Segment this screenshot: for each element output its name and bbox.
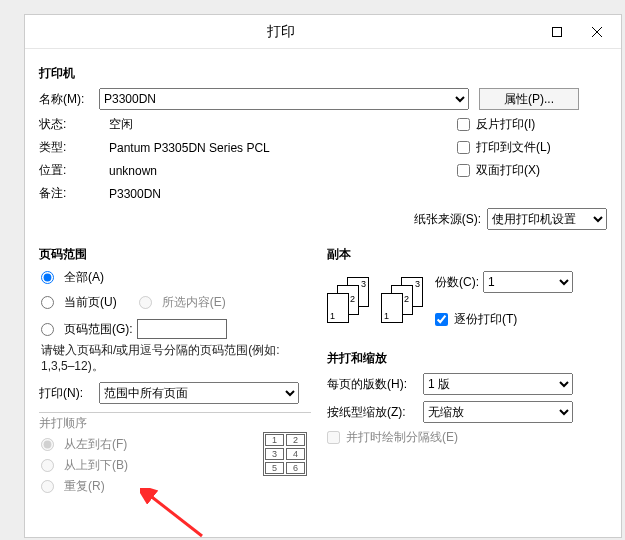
- printer-comment-value: P3300DN: [109, 187, 447, 201]
- printer-status-label: 状态:: [39, 116, 99, 133]
- svg-line-2: [592, 27, 602, 37]
- printer-location-label: 位置:: [39, 162, 99, 179]
- printer-type-value: Pantum P3305DN Series PCL: [109, 141, 447, 155]
- order-ltr-label: 从左到右(F): [64, 436, 127, 453]
- printer-name-label: 名称(M):: [39, 91, 99, 108]
- range-selection-label: 所选内容(E): [162, 294, 226, 311]
- svg-line-1: [592, 27, 602, 37]
- scale-section-title: 并打和缩放: [327, 350, 607, 367]
- paper-source-label: 纸张来源(S):: [414, 211, 481, 228]
- print-to-file-label: 打印到文件(L): [476, 139, 551, 156]
- print-what-label: 打印(N):: [39, 385, 99, 402]
- draw-separator-label: 并打时绘制分隔线(E): [346, 429, 458, 446]
- maximize-button[interactable]: [537, 18, 577, 46]
- range-section-title: 页码范围: [39, 246, 311, 263]
- printer-status-value: 空闲: [109, 116, 447, 133]
- range-all-label: 全部(A): [64, 269, 104, 286]
- range-all-radio[interactable]: [41, 271, 54, 284]
- range-hint: 请键入页码和/或用逗号分隔的页码范围(例如: 1,3,5–12)。: [41, 343, 301, 374]
- printer-location-value: unknown: [109, 164, 447, 178]
- collate-checkbox[interactable]: [435, 313, 448, 326]
- print-what-select[interactable]: 范围中所有页面: [99, 382, 299, 404]
- collate-label: 逐份打印(T): [454, 311, 517, 328]
- printer-name-select[interactable]: P3300DN: [99, 88, 469, 110]
- copies-section-title: 副本: [327, 246, 607, 263]
- duplex-checkbox[interactable]: [457, 164, 470, 177]
- draw-separator-checkbox: [327, 431, 340, 444]
- range-current-radio[interactable]: [41, 296, 54, 309]
- printer-type-label: 类型:: [39, 139, 99, 156]
- dialog-title: 打印: [25, 23, 537, 41]
- print-to-file-checkbox[interactable]: [457, 141, 470, 154]
- order-ttb-radio: [41, 459, 54, 472]
- range-pages-input[interactable]: [137, 319, 227, 339]
- range-pages-label: 页码范围(G):: [64, 321, 133, 338]
- svg-rect-0: [553, 27, 562, 36]
- copies-count-label: 份数(C):: [435, 274, 479, 291]
- order-repeat-radio: [41, 480, 54, 493]
- order-repeat-label: 重复(R): [64, 478, 105, 495]
- printer-comment-label: 备注:: [39, 185, 99, 202]
- reverse-print-checkbox[interactable]: [457, 118, 470, 131]
- pages-per-sheet-select[interactable]: 1 版: [423, 373, 573, 395]
- order-ttb-label: 从上到下(B): [64, 457, 128, 474]
- collate-icon: 3 2 1: [327, 277, 367, 323]
- range-selection-radio: [139, 296, 152, 309]
- range-pages-radio[interactable]: [41, 323, 54, 336]
- scale-to-paper-select[interactable]: 无缩放: [423, 401, 573, 423]
- paper-source-select[interactable]: 使用打印机设置: [487, 208, 607, 230]
- properties-button[interactable]: 属性(P)...: [479, 88, 579, 110]
- copies-count-select[interactable]: 1: [483, 271, 573, 293]
- close-button[interactable]: [577, 18, 617, 46]
- reverse-print-label: 反片打印(I): [476, 116, 535, 133]
- collate-icon: 3 2 1: [381, 277, 421, 323]
- titlebar: 打印: [25, 15, 621, 49]
- scale-to-paper-label: 按纸型缩放(Z):: [327, 404, 423, 421]
- duplex-label: 双面打印(X): [476, 162, 540, 179]
- order-ltr-radio: [41, 438, 54, 451]
- print-dialog: 打印 打印机 名称(M): P3300DN 属性(P)... 状态: 空闲 反片…: [24, 14, 622, 538]
- order-diagram-icon: 12 34 56: [263, 432, 307, 476]
- range-current-label: 当前页(U): [64, 294, 117, 311]
- printer-section-title: 打印机: [39, 65, 607, 82]
- pages-per-sheet-label: 每页的版数(H):: [327, 376, 423, 393]
- order-section-title: 并打顺序: [39, 412, 311, 432]
